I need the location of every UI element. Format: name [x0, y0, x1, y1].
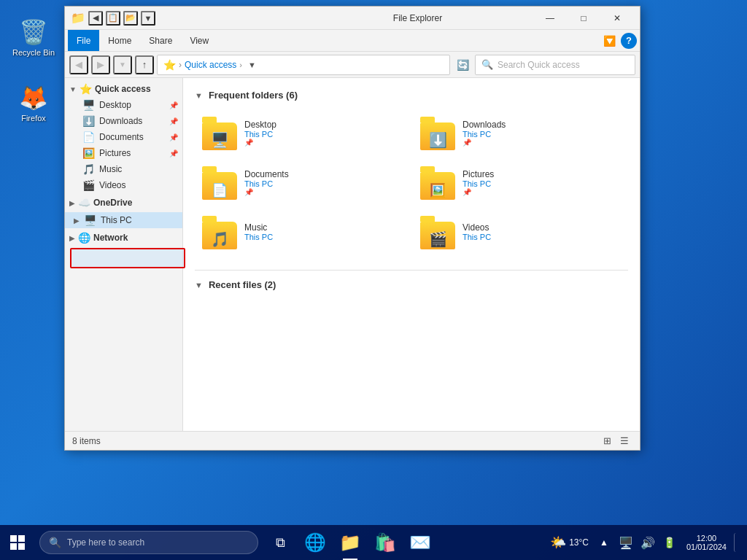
sidebar-item-videos-label: Videos — [99, 180, 125, 190]
refresh-button[interactable]: 🔄 — [453, 55, 472, 74]
sidebar-item-videos[interactable]: 🎬 Videos — [65, 177, 182, 193]
folder-item-documents[interactable]: 📄 Documents This PC 📌 — [195, 159, 410, 206]
qat-properties[interactable]: 📋 — [106, 11, 120, 26]
sidebar-network-section: ▶ 🌐 Network — [65, 230, 182, 246]
qat-new-folder[interactable]: 📂 — [123, 11, 138, 26]
desktop: 🗑️ Recycle Bin 🦊 Firefox 📁 ◀ 📋 📂 ▼ File … — [0, 0, 747, 560]
pinned-edge[interactable]: 🌐 — [298, 525, 333, 560]
documents-icon: 📄 — [82, 131, 95, 143]
tab-share[interactable]: Share — [140, 30, 181, 51]
maximize-button[interactable]: □ — [567, 7, 600, 30]
tray-battery-icon[interactable]: 🔋 — [660, 533, 679, 552]
tray-time: 12:00 — [697, 534, 717, 542]
view-large-icons-button[interactable]: ⊞ — [599, 433, 615, 449]
tray-weather[interactable]: 🌤️ 13°C — [547, 533, 592, 552]
nav-up-button[interactable]: ↑ — [135, 55, 154, 74]
folder-music-sub: This PC — [244, 233, 273, 241]
sidebar-item-downloads[interactable]: ⬇️ Downloads 📌 — [65, 113, 182, 129]
music-icon: 🎵 — [82, 163, 95, 175]
folder-documents-name: Documents — [244, 169, 289, 179]
section-divider — [195, 270, 628, 271]
pictures-icon: 🖼️ — [82, 147, 95, 159]
close-button[interactable]: ✕ — [600, 7, 634, 30]
crumb-quickaccess[interactable]: Quick access — [185, 60, 236, 70]
tab-home[interactable]: Home — [99, 30, 140, 51]
task-view-button[interactable]: ⧉ — [263, 525, 298, 560]
expand-arrow-thispc-icon: ▶ — [74, 217, 80, 225]
desktop-icon: 🖥️ — [82, 99, 95, 111]
tray-network-icon[interactable]: 🖥️ — [616, 533, 635, 552]
expand-arrow-icon: ▼ — [69, 85, 77, 93]
statusbar: 8 items ⊞ ☰ — [65, 431, 640, 450]
pinned-mail[interactable]: ✉️ — [403, 525, 438, 560]
weather-temp: 13°C — [569, 537, 589, 548]
nav-forward-button[interactable]: ▶ — [91, 55, 110, 74]
qat-back[interactable]: ◀ — [88, 11, 103, 26]
recent-expand-icon[interactable]: ▼ — [195, 281, 203, 289]
sidebar-item-pictures[interactable]: 🖼️ Pictures 📌 — [65, 145, 182, 161]
view-details-button[interactable]: ☰ — [616, 433, 632, 449]
folder-downloads-sub: This PC — [462, 130, 506, 139]
folder-desktop-sub: This PC — [244, 130, 276, 139]
folder-pictures-sub: This PC — [462, 179, 494, 188]
tab-file[interactable]: File — [68, 30, 99, 51]
sidebar-network-header[interactable]: ▶ 🌐 Network — [65, 230, 182, 246]
address-dropdown-btn[interactable]: ▼ — [248, 61, 256, 69]
taskbar-search-text: Type here to search — [67, 537, 144, 548]
sidebar-item-music[interactable]: 🎵 Music — [65, 161, 182, 177]
tray-volume-icon[interactable]: 🔊 — [638, 533, 657, 552]
sidebar-item-desktop[interactable]: 🖥️ Desktop 📌 — [65, 97, 182, 113]
nav-back-button[interactable]: ◀ — [69, 55, 88, 74]
status-items-count: 8 items — [72, 436, 599, 446]
content-area: ▼ Frequent folders (6) 🖥️ Desktop Th — [183, 78, 640, 431]
svg-rect-3 — [18, 543, 25, 550]
sidebar-quick-access-section: ▼ ⭐ Quick access 🖥️ Desktop 📌 ⬇️ Downloa… — [65, 81, 182, 193]
nav-recent-button[interactable]: ▼ — [113, 55, 132, 74]
ribbon-help-button[interactable]: ? — [621, 33, 637, 49]
taskbar-search-box[interactable]: 🔍 Type here to search — [39, 531, 258, 554]
start-button[interactable] — [0, 525, 35, 560]
folder-item-desktop[interactable]: 🖥️ Desktop This PC 📌 — [195, 109, 410, 156]
pin-icon: 📌 — [169, 117, 178, 125]
ribbon: File Home Share View 🔽 ? — [65, 30, 640, 52]
pinned-explorer[interactable]: 📁 — [333, 525, 368, 560]
folder-item-pictures[interactable]: 🖼️ Pictures This PC 📌 — [413, 159, 628, 206]
tray-expand-button[interactable]: ▲ — [595, 533, 614, 552]
folder-item-downloads[interactable]: ⬇️ Downloads This PC 📌 — [413, 109, 628, 156]
folder-downloads-name: Downloads — [462, 120, 506, 130]
tray-clock[interactable]: 12:00 01/01/2024 — [682, 532, 731, 553]
recent-files-title: Recent files (2) — [209, 279, 276, 290]
sidebar-thispc-item[interactable]: ▶ 🖥️ This PC — [65, 212, 182, 228]
sidebar-onedrive-section: ▶ ☁️ OneDrive — [65, 195, 182, 211]
desktop-icon-firefox[interactable]: 🦊 Firefox — [7, 80, 60, 125]
taskbar-search-icon: 🔍 — [49, 537, 61, 548]
quickaccess-label: Quick access — [95, 84, 151, 94]
show-desktop-button[interactable] — [734, 533, 741, 552]
search-box[interactable]: 🔍 Search Quick access — [475, 55, 635, 75]
section-expand-icon[interactable]: ▼ — [195, 91, 203, 100]
taskbar-tray: 🌤️ 13°C ▲ 🖥️ 🔊 🔋 12:00 01/01/2024 — [541, 525, 747, 560]
desktop-icon-recycle-bin[interactable]: 🗑️ Recycle Bin — [7, 15, 60, 60]
tab-view[interactable]: View — [181, 30, 217, 51]
sidebar-item-documents[interactable]: 📄 Documents 📌 — [65, 129, 182, 145]
onedrive-icon: ☁️ — [78, 197, 90, 209]
search-placeholder-text: Search Quick access — [498, 60, 580, 70]
folder-item-videos[interactable]: 🎬 Videos This PC — [413, 209, 628, 255]
pinned-store[interactable]: 🛍️ — [368, 525, 403, 560]
folder-item-music[interactable]: 🎵 Music This PC — [195, 209, 410, 255]
sidebar-item-documents-label: Documents — [99, 132, 144, 142]
titlebar: 📁 ◀ 📋 📂 ▼ File Explorer — □ ✕ — [65, 7, 640, 30]
minimize-button[interactable]: — — [533, 7, 567, 30]
window-title: File Explorer — [302, 13, 533, 23]
thispc-label: This PC — [101, 215, 132, 225]
weather-icon: 🌤️ — [550, 534, 566, 551]
address-box[interactable]: ⭐ › Quick access › ▼ — [157, 55, 450, 75]
sidebar-thispc-section: ▶ 🖥️ This PC — [65, 212, 182, 228]
crumb-arrow: › — [239, 61, 242, 69]
ribbon-collapse-button[interactable]: 🔽 — [600, 32, 618, 50]
qat-dropdown[interactable]: ▼ — [141, 11, 155, 26]
sidebar-quickaccess-header[interactable]: ▼ ⭐ Quick access — [65, 81, 182, 97]
sidebar-onedrive-header[interactable]: ▶ ☁️ OneDrive — [65, 195, 182, 211]
tray-date: 01/01/2024 — [686, 542, 727, 551]
downloads-icon: ⬇️ — [82, 115, 95, 127]
